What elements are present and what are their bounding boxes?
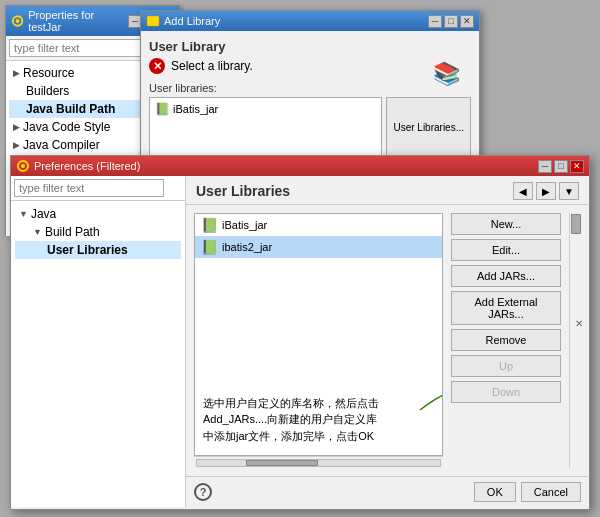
pref-bottom: ? OK Cancel (186, 476, 589, 507)
pref-content: 📗 iBatis_jar 📗 ibatis2_jar 选中用户自定义的库名称，然… (186, 205, 589, 476)
arrow-icon: ▶ (13, 122, 20, 132)
pref-title: Preferences (Filtered) (34, 160, 140, 172)
pref-section-title: User Libraries (196, 183, 290, 199)
add-library-content: User Library ✕ Select a library. 📚 User … (141, 31, 479, 165)
user-libraries-label: User libraries: (149, 82, 471, 94)
svg-rect-2 (147, 16, 159, 26)
pref-win-controls: ─ □ ✕ (538, 160, 584, 173)
add-library-icon (146, 14, 160, 28)
pref-main: User Libraries ◀ ▶ ▼ 📗 iBatis_jar 📗 (186, 176, 589, 507)
java-label: Java (31, 207, 56, 221)
remove-button[interactable]: Remove (451, 329, 561, 351)
select-library-row: ✕ Select a library. (149, 58, 471, 74)
nav-menu-btn[interactable]: ▼ (559, 182, 579, 200)
maximize-btn[interactable]: □ (444, 15, 458, 28)
add-library-title: Add Library (164, 15, 220, 27)
maximize-btn[interactable]: □ (554, 160, 568, 173)
svg-point-1 (16, 19, 20, 23)
new-button[interactable]: New... (451, 213, 561, 235)
add-library-controls: ─ □ ✕ (428, 15, 474, 28)
error-icon: ✕ (149, 58, 165, 74)
list-item-ibatis-jar[interactable]: 📗 iBatis_jar (195, 214, 442, 236)
pref-titlebar: Preferences (Filtered) ─ □ ✕ (11, 156, 589, 176)
hscroll-track[interactable] (196, 459, 441, 467)
books-icon: 📚 (433, 61, 469, 93)
minimize-btn[interactable]: ─ (428, 15, 442, 28)
add-library-titlebar: Add Library ─ □ ✕ (141, 11, 479, 31)
pref-tree: ▼ Java ▼ Build Path User Libraries (11, 201, 185, 263)
nav-back-btn[interactable]: ◀ (513, 182, 533, 200)
annotation-text: 选中用户自定义的库名称，然后点击 Add_JARs....向新建的用户自定义库 … (200, 392, 382, 448)
lib-item-icon: 📗 (201, 239, 218, 255)
vscroll-thumb[interactable] (571, 214, 581, 234)
preferences-window: Preferences (Filtered) ─ □ ✕ ✕ ▼ Java ▼ … (10, 155, 590, 510)
arrow-icon: ▶ (13, 68, 20, 78)
tree-item-java[interactable]: ▼ Java (15, 205, 181, 223)
annotation-arrow (415, 370, 443, 420)
up-button[interactable]: Up (451, 355, 561, 377)
properties-title: Properties for testJar (28, 9, 124, 33)
annotation-line2: Add_JARs....向新建的用户自定义库 (203, 411, 379, 428)
vertical-scrollbar[interactable] (569, 213, 581, 468)
nav-fwd-btn[interactable]: ▶ (536, 182, 556, 200)
horizontal-scrollbar[interactable] (194, 456, 443, 468)
ok-button[interactable]: OK (474, 482, 516, 502)
list-item[interactable]: 📗 iBatis_jar (152, 100, 379, 118)
edit-button[interactable]: Edit... (451, 239, 561, 261)
annotation-line3: 中添加jar文件，添加完毕，点击OK (203, 428, 379, 445)
down-button[interactable]: Down (451, 381, 561, 403)
lib-icon: 📗 (155, 102, 170, 116)
nav-buttons: ◀ ▶ ▼ (513, 182, 579, 200)
help-icon[interactable]: ? (194, 483, 212, 501)
pref-buttons-col: New... Edit... Add JARs... Add External … (451, 213, 561, 468)
annotation-line1: 选中用户自定义的库名称，然后点击 (203, 395, 379, 412)
pref-sidebar: ✕ ▼ Java ▼ Build Path User Libraries (11, 176, 186, 507)
arrow-icon: ▶ (13, 140, 20, 150)
gear-icon (11, 14, 24, 28)
lib-item-icon: 📗 (201, 217, 218, 233)
library-list-container: 📗 iBatis_jar User Libraries... (149, 97, 471, 157)
build-path-label: Build Path (45, 225, 100, 239)
hscroll-thumb[interactable] (246, 460, 319, 466)
libs-container: 📗 iBatis_jar 📗 ibatis2_jar 选中用户自定义的库名称，然… (194, 213, 443, 468)
libraries-list[interactable]: 📗 iBatis_jar 📗 ibatis2_jar 选中用户自定义的库名称，然… (194, 213, 443, 456)
arrow-icon: ▼ (33, 227, 42, 237)
pref-filter-input[interactable] (14, 179, 164, 197)
close-btn[interactable]: ✕ (460, 15, 474, 28)
lib-item-label: iBatis_jar (222, 219, 267, 231)
list-item-ibatis2-jar[interactable]: 📗 ibatis2_jar (195, 236, 442, 258)
pref-body: ✕ ▼ Java ▼ Build Path User Libraries Use… (11, 176, 589, 507)
select-library-text: Select a library. (171, 59, 253, 73)
tree-item-build-path[interactable]: ▼ Build Path (15, 223, 181, 241)
pref-filter-bar: ✕ (11, 176, 185, 201)
user-libraries-button[interactable]: User Libraries... (386, 97, 471, 157)
tree-item-user-libraries[interactable]: User Libraries (15, 241, 181, 259)
close-btn[interactable]: ✕ (570, 160, 584, 173)
svg-point-4 (21, 164, 25, 168)
pref-main-header: User Libraries ◀ ▶ ▼ (186, 176, 589, 205)
library-list[interactable]: 📗 iBatis_jar (149, 97, 382, 157)
arrow-icon: ▼ (19, 209, 28, 219)
cancel-button[interactable]: Cancel (521, 482, 581, 502)
help-area: ? (194, 483, 212, 501)
pref-icon (16, 159, 30, 173)
add-external-jars-button[interactable]: Add External JARs... (451, 291, 561, 325)
add-jars-button[interactable]: Add JARs... (451, 265, 561, 287)
user-library-header: User Library (149, 39, 471, 54)
minimize-btn[interactable]: ─ (538, 160, 552, 173)
lib-item-label: ibatis2_jar (222, 241, 272, 253)
user-libraries-tree-label: User Libraries (47, 243, 128, 257)
lib-item-label: iBatis_jar (173, 103, 218, 115)
